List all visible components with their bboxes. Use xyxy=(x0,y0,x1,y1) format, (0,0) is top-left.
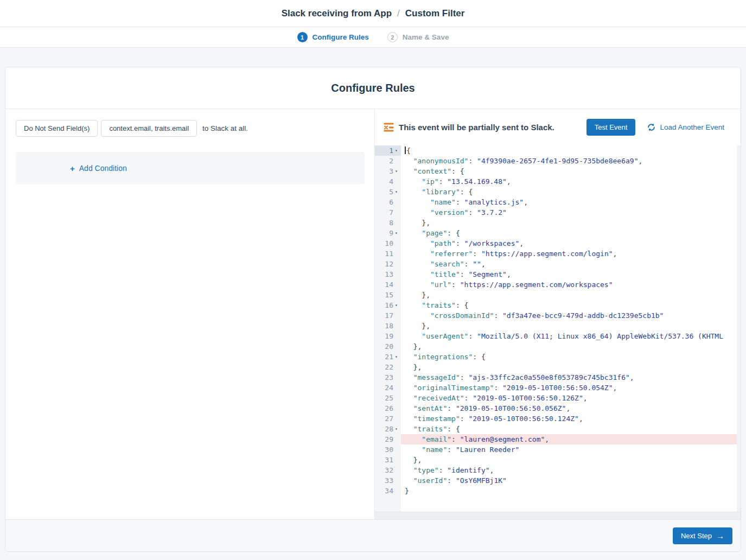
json-key: "anonymousId" xyxy=(413,157,469,165)
code-line: "url": "https://app.segment.com/workspac… xyxy=(401,279,741,290)
line-number: 13 xyxy=(385,269,393,279)
json-punctuation: , xyxy=(579,415,583,423)
json-key: "timestamp" xyxy=(413,415,460,423)
step-configure-rules[interactable]: 1 Configure Rules xyxy=(297,32,369,42)
card-body: Do Not Send Field(s) context.email, trai… xyxy=(5,109,741,519)
line-number: 33 xyxy=(385,475,393,486)
json-key: "search" xyxy=(430,260,464,268)
json-value: "4f9390ae-2657-4fe1-9d95-735bde8ee6a9" xyxy=(477,157,638,165)
fold-caret-icon[interactable]: ▾ xyxy=(393,145,399,156)
code-line: }, xyxy=(401,341,741,352)
event-status-text: This event will be partially sent to Sla… xyxy=(399,123,554,132)
text-cursor xyxy=(405,147,406,154)
json-value: "3.7.2" xyxy=(477,208,507,217)
filter-fields-button[interactable]: context.email, traits.email xyxy=(101,120,197,137)
json-punctuation: : { xyxy=(456,301,468,309)
load-another-event-button[interactable]: Load Another Event xyxy=(647,123,724,131)
json-punctuation xyxy=(405,177,422,186)
code-line: "userAgent": "Mozilla/5.0 (X11; Linux x8… xyxy=(401,331,741,341)
editor-code[interactable]: { "anonymousId": "4f9390ae-2657-4fe1-9d9… xyxy=(401,145,741,512)
rule-suffix-text: to Slack at all. xyxy=(202,124,248,132)
line-number: 4 xyxy=(389,176,393,187)
breadcrumb-source: Slack receiving from App xyxy=(282,8,392,19)
json-punctuation xyxy=(405,332,422,340)
json-key: "sentAt" xyxy=(413,404,448,412)
gutter-line: 14 xyxy=(375,279,401,290)
line-number: 32 xyxy=(385,465,393,475)
code-line: "page": { xyxy=(401,228,741,238)
json-value: "Segment" xyxy=(468,270,506,278)
json-value: "OsY6MFBj1K" xyxy=(456,476,507,485)
code-line: }, xyxy=(401,362,741,372)
json-editor[interactable]: 1▾23▾45▾6789▾10111213141516▾1718192021▾2… xyxy=(375,145,741,512)
line-number: 31 xyxy=(385,455,393,465)
test-event-button[interactable]: Test Event xyxy=(586,119,636,136)
line-number: 22 xyxy=(385,362,393,372)
code-line: "messageId": "ajs-33ffc2ac0a550e8f053789… xyxy=(401,372,741,383)
line-number: 23 xyxy=(385,372,393,383)
json-punctuation xyxy=(405,208,430,217)
json-key: "messageId" xyxy=(413,373,460,381)
editor-vertical-scrollbar[interactable] xyxy=(737,145,741,512)
fold-caret-icon[interactable]: ▾ xyxy=(393,352,399,362)
gutter-line: 2 xyxy=(375,156,401,166)
json-punctuation: : xyxy=(451,435,460,443)
next-step-button[interactable]: Next Step → xyxy=(673,527,732,544)
code-line: "receivedAt": "2019-05-10T00:56:50.126Z"… xyxy=(401,393,741,403)
line-number: 17 xyxy=(385,310,393,321)
step-2-label: Name & Save xyxy=(403,33,449,41)
step-1-circle: 1 xyxy=(297,32,308,42)
json-key: "title" xyxy=(430,270,460,278)
json-value: "analytics.js" xyxy=(464,198,524,206)
rule-row: Do Not Send Field(s) context.email, trai… xyxy=(16,120,365,137)
json-punctuation xyxy=(405,270,430,278)
json-punctuation: { xyxy=(406,147,411,155)
breadcrumb-separator: / xyxy=(397,8,400,19)
gutter-line: 34 xyxy=(375,486,401,496)
json-punctuation: : xyxy=(468,157,477,165)
gutter-line: 24 xyxy=(375,383,401,393)
add-condition-button[interactable]: + Add Condition xyxy=(70,164,127,173)
json-punctuation: , xyxy=(507,270,511,278)
json-value: "lauren@segment.com" xyxy=(460,435,545,443)
json-value: "2019-05-10T00:56:50.126Z" xyxy=(473,394,583,402)
json-punctuation: , xyxy=(519,239,524,247)
json-value: "13.54.169.48" xyxy=(447,177,507,186)
code-line: "timestamp": "2019-05-10T00:56:50.124Z", xyxy=(401,413,741,424)
line-number: 1 xyxy=(389,145,393,156)
fold-caret-icon[interactable]: ▾ xyxy=(393,300,399,310)
line-number: 19 xyxy=(385,331,393,341)
json-key: "traits" xyxy=(422,301,456,309)
json-punctuation xyxy=(405,373,413,381)
json-value: "2019-05-10T00:56:50.054Z" xyxy=(502,384,613,392)
load-another-event-label: Load Another Event xyxy=(660,123,724,131)
line-number: 7 xyxy=(389,207,393,218)
json-punctuation: , xyxy=(507,177,511,186)
json-punctuation: : xyxy=(439,177,448,186)
gutter-line: 20 xyxy=(375,341,401,352)
json-punctuation: , xyxy=(490,466,494,474)
json-punctuation xyxy=(405,425,413,433)
json-punctuation: : { xyxy=(447,425,460,433)
json-punctuation: : { xyxy=(447,229,460,237)
fold-caret-icon[interactable]: ▾ xyxy=(393,187,399,197)
code-line: "traits": { xyxy=(401,300,741,310)
json-punctuation: : xyxy=(460,373,469,381)
gutter-line: 29 xyxy=(375,434,401,444)
gutter-line: 25 xyxy=(375,393,401,403)
step-2-circle: 2 xyxy=(387,32,398,42)
json-key: "library" xyxy=(422,188,460,196)
fold-caret-icon[interactable]: ▾ xyxy=(393,228,399,238)
json-punctuation: }, xyxy=(405,363,422,371)
filter-type-button[interactable]: Do Not Send Field(s) xyxy=(16,120,98,137)
fold-caret-icon[interactable]: ▾ xyxy=(393,424,399,434)
code-line: "integrations": { xyxy=(401,352,741,362)
editor-horizontal-scrollbar[interactable] xyxy=(375,512,741,519)
json-punctuation: : xyxy=(464,260,473,268)
json-punctuation: : { xyxy=(473,353,485,361)
json-punctuation: : xyxy=(460,270,469,278)
step-name-save[interactable]: 2 Name & Save xyxy=(387,32,449,42)
fold-caret-icon[interactable]: ▾ xyxy=(393,166,399,176)
json-key: "referrer" xyxy=(430,250,473,258)
json-punctuation: : xyxy=(460,415,469,423)
